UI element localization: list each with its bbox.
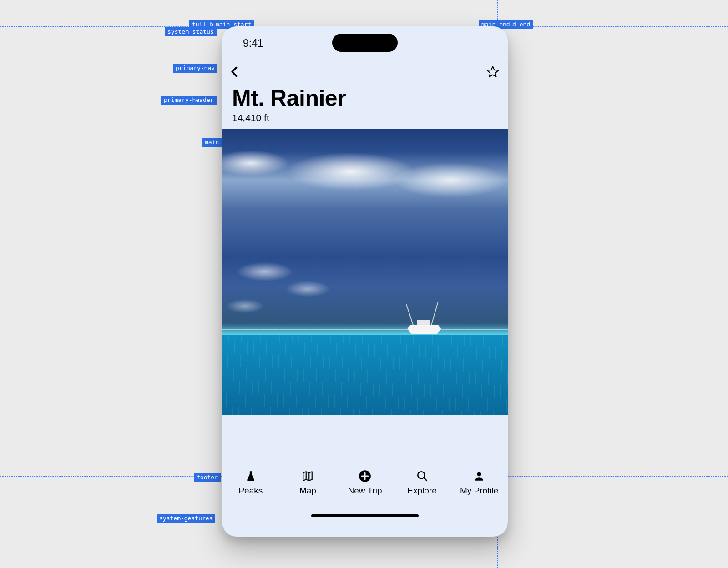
guide-label-system-status: system-status xyxy=(165,27,217,36)
star-icon xyxy=(486,65,500,79)
page-subtitle: 14,410 ft xyxy=(232,112,498,123)
guide-bottom xyxy=(0,537,728,537)
guide-label-system-gestures: system-gestures xyxy=(157,514,215,523)
primary-nav xyxy=(222,60,508,83)
tab-map[interactable]: Map xyxy=(279,469,337,496)
guide-label-full-bleed-end: d-end xyxy=(510,20,533,29)
tab-bar: Peaks Map New Trip Explore My Profile xyxy=(222,465,508,507)
tab-label: New Trip xyxy=(348,486,382,496)
status-bar: 9:41 xyxy=(222,26,508,60)
tab-label: My Profile xyxy=(460,486,498,496)
add-circle-icon xyxy=(358,469,372,483)
tab-peaks[interactable]: Peaks xyxy=(222,469,279,496)
guide-label-primary-nav: primary-nav xyxy=(173,64,217,73)
home-indicator[interactable] xyxy=(311,514,419,517)
map-icon xyxy=(301,469,314,483)
svg-line-2 xyxy=(424,478,426,481)
hero-sea xyxy=(222,335,508,415)
flask-icon xyxy=(244,469,258,483)
hero-image xyxy=(222,129,508,415)
tab-explore[interactable]: Explore xyxy=(394,469,451,496)
status-time: 9:41 xyxy=(243,37,263,50)
chevron-left-icon xyxy=(228,65,241,78)
tab-new-trip[interactable]: New Trip xyxy=(336,469,394,496)
hero-boat xyxy=(399,306,449,338)
favorite-button[interactable] xyxy=(486,65,500,79)
back-button[interactable] xyxy=(228,65,241,78)
page-title: Mt. Rainier xyxy=(232,85,498,111)
tab-my-profile[interactable]: My Profile xyxy=(450,469,508,496)
guide-full-bleed-end xyxy=(508,0,508,568)
tab-label: Explore xyxy=(407,486,436,496)
gesture-bar xyxy=(222,507,508,525)
guide-label-primary-header: primary-header xyxy=(161,96,217,105)
device-frame: 9:41 Mt. Rainier 14,410 ft xyxy=(222,26,508,537)
primary-header: Mt. Rainier 14,410 ft xyxy=(222,83,508,129)
guide-label-main: main xyxy=(202,138,222,147)
person-icon xyxy=(472,469,486,483)
dynamic-island xyxy=(332,34,398,52)
main-spacer xyxy=(222,415,508,465)
svg-point-3 xyxy=(477,472,481,476)
tab-label: Map xyxy=(299,486,316,496)
guide-label-footer: footer xyxy=(194,473,221,482)
tab-label: Peaks xyxy=(238,486,263,496)
search-icon xyxy=(415,469,429,483)
hero-horizon xyxy=(222,329,508,330)
